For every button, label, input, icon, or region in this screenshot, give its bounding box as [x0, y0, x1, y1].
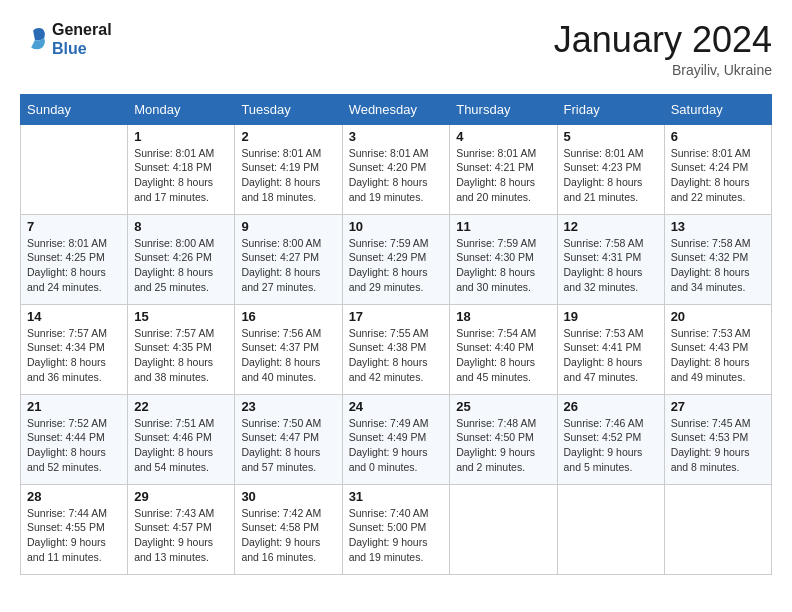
calendar-cell: 3Sunrise: 8:01 AM Sunset: 4:20 PM Daylig… [342, 124, 450, 214]
day-number: 8 [134, 219, 228, 234]
logo-icon [20, 25, 48, 53]
logo: General Blue [20, 20, 112, 58]
calendar-cell: 15Sunrise: 7:57 AM Sunset: 4:35 PM Dayli… [128, 304, 235, 394]
calendar-cell: 26Sunrise: 7:46 AM Sunset: 4:52 PM Dayli… [557, 394, 664, 484]
weekday-header: Monday [128, 94, 235, 124]
day-info: Sunrise: 8:00 AM Sunset: 4:27 PM Dayligh… [241, 236, 335, 295]
calendar-cell: 30Sunrise: 7:42 AM Sunset: 4:58 PM Dayli… [235, 484, 342, 574]
day-info: Sunrise: 8:01 AM Sunset: 4:24 PM Dayligh… [671, 146, 765, 205]
day-info: Sunrise: 7:59 AM Sunset: 4:29 PM Dayligh… [349, 236, 444, 295]
calendar-week-row: 1Sunrise: 8:01 AM Sunset: 4:18 PM Daylig… [21, 124, 772, 214]
calendar-header-row: SundayMondayTuesdayWednesdayThursdayFrid… [21, 94, 772, 124]
calendar-cell: 22Sunrise: 7:51 AM Sunset: 4:46 PM Dayli… [128, 394, 235, 484]
calendar-week-row: 7Sunrise: 8:01 AM Sunset: 4:25 PM Daylig… [21, 214, 772, 304]
day-info: Sunrise: 7:56 AM Sunset: 4:37 PM Dayligh… [241, 326, 335, 385]
day-info: Sunrise: 8:01 AM Sunset: 4:21 PM Dayligh… [456, 146, 550, 205]
day-number: 7 [27, 219, 121, 234]
day-info: Sunrise: 7:58 AM Sunset: 4:32 PM Dayligh… [671, 236, 765, 295]
calendar-week-row: 21Sunrise: 7:52 AM Sunset: 4:44 PM Dayli… [21, 394, 772, 484]
day-number: 15 [134, 309, 228, 324]
day-info: Sunrise: 7:55 AM Sunset: 4:38 PM Dayligh… [349, 326, 444, 385]
calendar-cell: 7Sunrise: 8:01 AM Sunset: 4:25 PM Daylig… [21, 214, 128, 304]
day-info: Sunrise: 7:57 AM Sunset: 4:34 PM Dayligh… [27, 326, 121, 385]
day-number: 5 [564, 129, 658, 144]
day-info: Sunrise: 7:40 AM Sunset: 5:00 PM Dayligh… [349, 506, 444, 565]
calendar: SundayMondayTuesdayWednesdayThursdayFrid… [20, 94, 772, 575]
weekday-header: Tuesday [235, 94, 342, 124]
day-info: Sunrise: 7:43 AM Sunset: 4:57 PM Dayligh… [134, 506, 228, 565]
calendar-cell: 29Sunrise: 7:43 AM Sunset: 4:57 PM Dayli… [128, 484, 235, 574]
calendar-cell [557, 484, 664, 574]
calendar-cell: 9Sunrise: 8:00 AM Sunset: 4:27 PM Daylig… [235, 214, 342, 304]
calendar-cell: 4Sunrise: 8:01 AM Sunset: 4:21 PM Daylig… [450, 124, 557, 214]
day-info: Sunrise: 7:51 AM Sunset: 4:46 PM Dayligh… [134, 416, 228, 475]
day-info: Sunrise: 7:54 AM Sunset: 4:40 PM Dayligh… [456, 326, 550, 385]
day-number: 6 [671, 129, 765, 144]
day-number: 1 [134, 129, 228, 144]
day-info: Sunrise: 7:53 AM Sunset: 4:41 PM Dayligh… [564, 326, 658, 385]
day-number: 12 [564, 219, 658, 234]
calendar-cell: 12Sunrise: 7:58 AM Sunset: 4:31 PM Dayli… [557, 214, 664, 304]
day-number: 13 [671, 219, 765, 234]
calendar-cell: 5Sunrise: 8:01 AM Sunset: 4:23 PM Daylig… [557, 124, 664, 214]
calendar-cell: 11Sunrise: 7:59 AM Sunset: 4:30 PM Dayli… [450, 214, 557, 304]
day-number: 29 [134, 489, 228, 504]
day-info: Sunrise: 7:57 AM Sunset: 4:35 PM Dayligh… [134, 326, 228, 385]
calendar-cell: 27Sunrise: 7:45 AM Sunset: 4:53 PM Dayli… [664, 394, 771, 484]
calendar-cell: 18Sunrise: 7:54 AM Sunset: 4:40 PM Dayli… [450, 304, 557, 394]
day-number: 30 [241, 489, 335, 504]
title-block: January 2024 Brayiliv, Ukraine [554, 20, 772, 78]
calendar-cell: 16Sunrise: 7:56 AM Sunset: 4:37 PM Dayli… [235, 304, 342, 394]
month-title: January 2024 [554, 20, 772, 60]
day-info: Sunrise: 8:01 AM Sunset: 4:19 PM Dayligh… [241, 146, 335, 205]
day-info: Sunrise: 7:42 AM Sunset: 4:58 PM Dayligh… [241, 506, 335, 565]
day-number: 19 [564, 309, 658, 324]
weekday-header: Saturday [664, 94, 771, 124]
page-header: General Blue January 2024 Brayiliv, Ukra… [20, 20, 772, 78]
calendar-cell: 20Sunrise: 7:53 AM Sunset: 4:43 PM Dayli… [664, 304, 771, 394]
day-number: 31 [349, 489, 444, 504]
day-info: Sunrise: 8:01 AM Sunset: 4:20 PM Dayligh… [349, 146, 444, 205]
day-number: 2 [241, 129, 335, 144]
calendar-cell: 31Sunrise: 7:40 AM Sunset: 5:00 PM Dayli… [342, 484, 450, 574]
day-info: Sunrise: 7:49 AM Sunset: 4:49 PM Dayligh… [349, 416, 444, 475]
calendar-cell: 23Sunrise: 7:50 AM Sunset: 4:47 PM Dayli… [235, 394, 342, 484]
day-number: 23 [241, 399, 335, 414]
day-number: 27 [671, 399, 765, 414]
day-info: Sunrise: 7:50 AM Sunset: 4:47 PM Dayligh… [241, 416, 335, 475]
day-info: Sunrise: 7:52 AM Sunset: 4:44 PM Dayligh… [27, 416, 121, 475]
calendar-cell: 13Sunrise: 7:58 AM Sunset: 4:32 PM Dayli… [664, 214, 771, 304]
day-info: Sunrise: 7:53 AM Sunset: 4:43 PM Dayligh… [671, 326, 765, 385]
day-number: 4 [456, 129, 550, 144]
day-number: 16 [241, 309, 335, 324]
calendar-cell [21, 124, 128, 214]
day-info: Sunrise: 8:01 AM Sunset: 4:23 PM Dayligh… [564, 146, 658, 205]
day-number: 9 [241, 219, 335, 234]
calendar-cell: 14Sunrise: 7:57 AM Sunset: 4:34 PM Dayli… [21, 304, 128, 394]
calendar-cell: 8Sunrise: 8:00 AM Sunset: 4:26 PM Daylig… [128, 214, 235, 304]
day-number: 21 [27, 399, 121, 414]
day-number: 18 [456, 309, 550, 324]
day-number: 11 [456, 219, 550, 234]
day-info: Sunrise: 7:44 AM Sunset: 4:55 PM Dayligh… [27, 506, 121, 565]
day-info: Sunrise: 7:58 AM Sunset: 4:31 PM Dayligh… [564, 236, 658, 295]
calendar-cell: 28Sunrise: 7:44 AM Sunset: 4:55 PM Dayli… [21, 484, 128, 574]
day-info: Sunrise: 7:59 AM Sunset: 4:30 PM Dayligh… [456, 236, 550, 295]
day-number: 17 [349, 309, 444, 324]
day-info: Sunrise: 8:00 AM Sunset: 4:26 PM Dayligh… [134, 236, 228, 295]
calendar-week-row: 14Sunrise: 7:57 AM Sunset: 4:34 PM Dayli… [21, 304, 772, 394]
calendar-cell [664, 484, 771, 574]
day-number: 24 [349, 399, 444, 414]
day-number: 14 [27, 309, 121, 324]
location: Brayiliv, Ukraine [554, 62, 772, 78]
calendar-cell: 21Sunrise: 7:52 AM Sunset: 4:44 PM Dayli… [21, 394, 128, 484]
day-number: 20 [671, 309, 765, 324]
weekday-header: Friday [557, 94, 664, 124]
day-info: Sunrise: 8:01 AM Sunset: 4:25 PM Dayligh… [27, 236, 121, 295]
calendar-week-row: 28Sunrise: 7:44 AM Sunset: 4:55 PM Dayli… [21, 484, 772, 574]
day-number: 26 [564, 399, 658, 414]
day-number: 25 [456, 399, 550, 414]
day-info: Sunrise: 8:01 AM Sunset: 4:18 PM Dayligh… [134, 146, 228, 205]
day-info: Sunrise: 7:45 AM Sunset: 4:53 PM Dayligh… [671, 416, 765, 475]
day-number: 3 [349, 129, 444, 144]
